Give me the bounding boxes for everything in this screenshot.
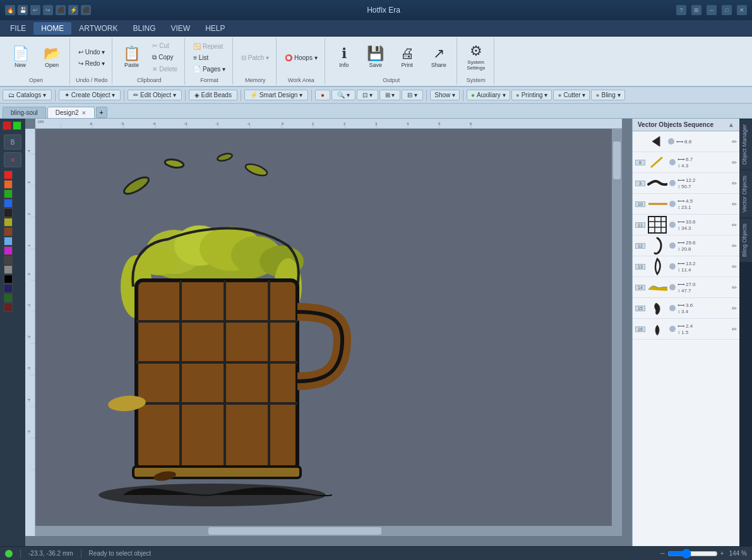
obj-row-2[interactable]: 8 ⟷ 6.7 ↕ 4.3 ✏	[633, 152, 739, 173]
patch-button[interactable]: ⊟ Patch ▾	[237, 52, 273, 63]
menu-file[interactable]: FILE	[3, 22, 33, 35]
system-settings-button[interactable]: ⚙ System Settings	[461, 40, 491, 75]
obj-row-5[interactable]: 11 ⟷ 33.6	[633, 215, 739, 235]
obj-row-6-metrics-h: ↕ 20.8	[677, 246, 730, 252]
color-yellow[interactable]	[4, 218, 13, 227]
quick-access-3[interactable]: ⬛	[81, 5, 91, 15]
paste-button[interactable]: 📋 Paste	[116, 40, 146, 75]
new-button[interactable]: 📄 New	[5, 40, 35, 75]
layout-button[interactable]: ⊞	[691, 5, 701, 15]
share-button[interactable]: ↗ Share	[424, 40, 454, 75]
horizontal-scrollbar[interactable]	[35, 526, 612, 536]
menu-home[interactable]: HOME	[33, 22, 71, 35]
help-button[interactable]: ?	[676, 5, 686, 15]
hoops-button[interactable]: ⭕ Hoops ▾	[280, 52, 321, 63]
menu-view[interactable]: VIEW	[163, 22, 198, 35]
edit-beads-button[interactable]: ◈ Edit Beads	[189, 90, 237, 100]
color-navy[interactable]	[4, 284, 13, 293]
color-dark-red[interactable]	[4, 303, 13, 312]
horizontal-scroll-thumb[interactable]	[208, 527, 381, 535]
menu-artwork[interactable]: ARTWORK	[71, 22, 125, 35]
color-dark-green[interactable]	[4, 294, 13, 302]
grid2-btn[interactable]: ⊟ ▾	[402, 90, 423, 100]
pages-button[interactable]: 📄 Pages ▾	[189, 64, 230, 74]
bling-dropdown[interactable]: ● Bling ▾	[591, 90, 624, 100]
obj-row-6[interactable]: 12 ⟷ 29.6 ↕ 20.8 ✏	[633, 235, 739, 256]
vertical-scrollbar[interactable]	[612, 129, 622, 526]
close-button[interactable]: ✕	[737, 5, 747, 15]
show-dropdown[interactable]: Show ▾	[430, 90, 460, 100]
obj-row-8[interactable]: 14 ⟷ 27.0 ↕ 47.7 ✏	[633, 277, 739, 298]
dot-button[interactable]: ●	[315, 90, 330, 100]
color-green[interactable]	[4, 189, 13, 198]
tool-b[interactable]: B	[4, 134, 21, 150]
status-text: Ready to select object	[89, 550, 151, 557]
printing-dropdown[interactable]: ● Printing ▾	[511, 90, 552, 100]
edit-object-button[interactable]: ✏ Edit Object ▾	[128, 90, 181, 100]
cutter-dropdown[interactable]: ● Cutter ▾	[553, 90, 590, 100]
side-tab-vector-objects[interactable]: Vector Objects	[739, 170, 752, 218]
obj-row-7[interactable]: 13 ⟷ 13.2 ↕ 11.4 ✏	[633, 256, 739, 277]
maximize-button[interactable]: □	[722, 5, 732, 15]
color-gray[interactable]	[4, 265, 13, 274]
panel-collapse-btn[interactable]: ▲	[728, 121, 734, 128]
quick-access-save[interactable]: 💾	[18, 5, 28, 15]
zoom-btn[interactable]: 🔍 ▾	[331, 90, 355, 100]
auxiliary-dropdown[interactable]: ● Auxiliary ▾	[467, 90, 510, 100]
color-light-blue[interactable]	[4, 237, 13, 246]
color-magenta[interactable]	[4, 246, 13, 255]
print-button[interactable]: 🖨 Print	[392, 40, 422, 75]
minimize-button[interactable]: ─	[707, 5, 717, 15]
open-button[interactable]: 📂 Open	[37, 40, 67, 75]
crop-btn[interactable]: ⊡ ▾	[357, 90, 378, 100]
vertical-scroll-thumb[interactable]	[613, 141, 621, 179]
color-brown[interactable]	[4, 227, 13, 236]
delete-button[interactable]: ✕ Delete	[148, 64, 182, 74]
zoom-in-button[interactable]: +	[720, 550, 724, 557]
repeat-button[interactable]: 🔁 Repeat	[189, 41, 230, 52]
obj-row-10[interactable]: 16 ⟷ 2.4 ↕ 1.5 ✏	[633, 319, 739, 340]
ribbon-memory-label: Memory	[237, 77, 273, 83]
quick-access-redo[interactable]: ↪	[43, 5, 53, 15]
color-orange[interactable]	[4, 180, 13, 189]
panel-scroll[interactable]: ⟷ 8.8 ✏ 8 ⟷ 6.7	[633, 131, 739, 546]
smart-design-button[interactable]: ⚡ Smart Design ▾	[244, 90, 308, 100]
tab-design2-close[interactable]: ✕	[81, 110, 87, 116]
obj-row-4[interactable]: 10 ⟷ 4.5 ↕ 23.1 ✏	[633, 194, 739, 215]
color-red[interactable]	[4, 170, 13, 179]
undo-button[interactable]: ↩ Undo ▾	[74, 47, 109, 57]
redo-button[interactable]: ↪ Redo ▾	[74, 58, 109, 69]
zoom-out-button[interactable]: ─	[660, 550, 665, 557]
menu-help[interactable]: HELP	[198, 22, 232, 35]
tab-new-button[interactable]: +	[96, 107, 107, 118]
create-object-button[interactable]: ✦ Create Object ▾	[59, 90, 121, 100]
quick-access-1[interactable]: ⬛	[56, 5, 66, 15]
obj-row-3[interactable]: 3 ⟷ 12.2 ↕ 50.7 ✏	[633, 173, 739, 194]
quick-access-undo[interactable]: ↩	[30, 5, 40, 15]
list-button[interactable]: ≡ List	[189, 52, 230, 63]
catalogs-button[interactable]: 🗂 Catalogs ▾	[3, 90, 52, 100]
foreground-color[interactable]	[3, 121, 11, 130]
obj-row-1[interactable]: ⟷ 8.8 ✏	[633, 131, 739, 152]
quick-access-2[interactable]: ⚡	[68, 5, 78, 15]
cut-button[interactable]: ✂ Cut	[148, 40, 182, 51]
zoom-slider[interactable]	[667, 549, 718, 559]
color-black2[interactable]	[4, 275, 13, 283]
background-color[interactable]	[13, 121, 21, 130]
obj-row-9[interactable]: 15 ⟷ 3.6 ↕ 3.4 ✏	[633, 298, 739, 319]
menu-bling[interactable]: BLING	[125, 22, 163, 35]
side-tab-bling-objects[interactable]: Bling Objects	[739, 218, 752, 262]
canvas-container[interactable]	[35, 129, 622, 536]
grid1-btn[interactable]: ⊞ ▾	[379, 90, 401, 100]
save-output-button[interactable]: 💾 Save	[361, 40, 391, 75]
color-dark-gray[interactable]	[4, 256, 13, 265]
tab-design2[interactable]: Design2 ✕	[47, 107, 95, 118]
tab-bling-soul[interactable]: bling-soul	[3, 107, 46, 118]
color-black[interactable]	[4, 208, 13, 217]
obj-row-8-pencil: ✏	[732, 284, 737, 291]
info-button[interactable]: ℹ Info	[329, 40, 359, 75]
tool-x[interactable]: ✕	[4, 152, 21, 167]
color-blue[interactable]	[4, 199, 13, 208]
copy-button[interactable]: ⧉ Copy	[148, 52, 182, 63]
side-tab-object-manager[interactable]: Object Manager	[739, 119, 752, 170]
